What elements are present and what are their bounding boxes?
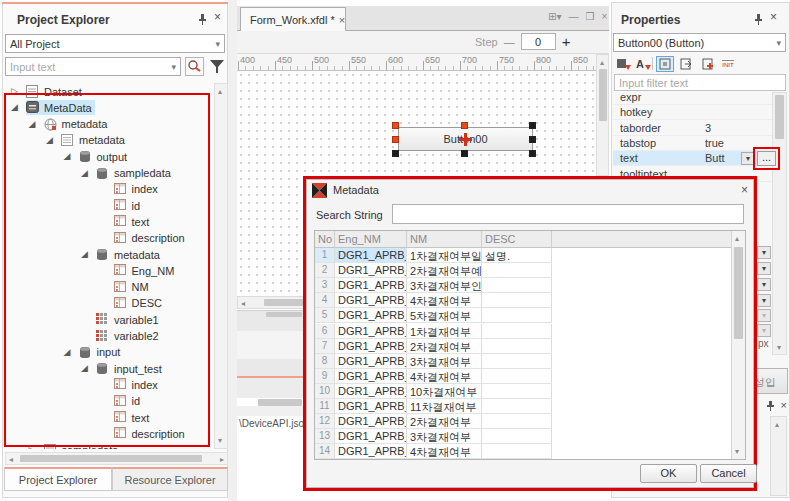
sort-by-group-icon[interactable] bbox=[614, 56, 632, 72]
table-cell[interactable]: 2차결재여부 bbox=[407, 414, 482, 429]
table-cell[interactable]: 3차결재여부 bbox=[407, 429, 482, 444]
panel-splitter[interactable] bbox=[228, 0, 237, 501]
table-cell[interactable]: DGR1_APRB_YN bbox=[335, 414, 407, 429]
table-header-Eng_NM[interactable]: Eng_NM bbox=[335, 231, 407, 248]
resize-handle[interactable] bbox=[529, 150, 536, 157]
property-value[interactable]: 3 bbox=[701, 121, 711, 135]
move-anchor-icon[interactable] bbox=[459, 133, 472, 146]
canvas-vertical-scrollbar[interactable]: ▴ bbox=[596, 54, 609, 176]
table-cell[interactable]: 4 bbox=[315, 293, 335, 308]
docked-panel-scrollbar[interactable]: ▴ bbox=[770, 416, 787, 496]
close-icon[interactable]: × bbox=[781, 400, 787, 414]
restore-icon[interactable]: ❐ bbox=[585, 11, 594, 22]
property-value[interactable] bbox=[701, 105, 705, 119]
window-list-icon[interactable]: ⊞▾ bbox=[548, 11, 561, 22]
table-cell[interactable]: DGR1_APRB_YN bbox=[335, 384, 407, 399]
project-filter-select[interactable]: All Project ▾ bbox=[5, 34, 225, 53]
table-cell[interactable] bbox=[482, 369, 552, 384]
resize-handle[interactable] bbox=[392, 150, 399, 157]
table-cell[interactable]: DGR1_APRB_YN bbox=[335, 399, 407, 414]
table-cell[interactable]: 2차결재여부 bbox=[407, 339, 482, 354]
close-icon[interactable]: × bbox=[214, 12, 221, 23]
show-changed-properties-icon[interactable] bbox=[677, 56, 695, 72]
table-cell[interactable]: DGR1_APRB_YN bbox=[335, 339, 407, 354]
resize-handle[interactable] bbox=[392, 122, 399, 129]
table-cell[interactable]: 3 bbox=[315, 278, 335, 293]
table-cell[interactable] bbox=[482, 339, 552, 354]
table-cell[interactable]: DGR1_APRB_YN bbox=[335, 444, 407, 459]
property-value-dropdown[interactable]: ▾ bbox=[757, 294, 771, 307]
table-cell[interactable]: DGR1_APRB_YN bbox=[335, 324, 407, 339]
ok-button[interactable]: OK bbox=[640, 464, 697, 483]
table-cell[interactable]: 9 bbox=[315, 369, 335, 384]
table-cell[interactable]: DGR1_APRB_YN bbox=[335, 263, 407, 278]
panel-grip[interactable] bbox=[266, 312, 302, 317]
table-cell[interactable]: 설명. bbox=[482, 248, 552, 263]
table-cell[interactable]: 7 bbox=[315, 339, 335, 354]
minimize-icon[interactable]: — bbox=[568, 11, 578, 22]
table-header-No[interactable]: No bbox=[315, 231, 335, 248]
close-icon[interactable]: × bbox=[770, 12, 777, 23]
pin-icon[interactable] bbox=[197, 13, 208, 25]
property-value-dropdown[interactable]: ▾ bbox=[757, 278, 771, 291]
table-cell[interactable]: DGR1_APRB_YN bbox=[335, 369, 407, 384]
table-header-NM[interactable]: NM bbox=[407, 231, 482, 248]
table-cell[interactable]: DGR1_APRB_YN bbox=[335, 293, 407, 308]
table-cell[interactable]: 12 bbox=[315, 414, 335, 429]
property-value[interactable] bbox=[701, 90, 705, 104]
table-cell[interactable]: DGR1_APRB_YN bbox=[335, 278, 407, 293]
property-value-dropdown[interactable]: ▾ bbox=[757, 309, 771, 322]
resize-handle[interactable] bbox=[392, 136, 399, 143]
property-value-dropdown[interactable]: ▾ bbox=[757, 246, 771, 259]
table-header-DESC[interactable]: DESC bbox=[482, 231, 552, 248]
mdi-close-icon[interactable]: × bbox=[601, 11, 607, 22]
table-cell[interactable]: 3차결재여부인가 bbox=[407, 278, 482, 293]
table-cell[interactable] bbox=[482, 293, 552, 308]
property-row-expr[interactable]: expr bbox=[613, 90, 772, 105]
table-cell[interactable] bbox=[482, 384, 552, 399]
table-cell[interactable] bbox=[482, 414, 552, 429]
step-input[interactable]: 0 bbox=[521, 33, 556, 50]
property-row-tabstop[interactable]: tabstoptrue bbox=[613, 136, 772, 151]
dialog-close-icon[interactable]: × bbox=[741, 183, 748, 197]
tree-vertical-scrollbar[interactable]: ▴ ▾ bbox=[214, 83, 228, 449]
table-cell[interactable]: 13 bbox=[315, 429, 335, 444]
table-cell[interactable]: 2 bbox=[315, 263, 335, 278]
table-cell[interactable] bbox=[482, 263, 552, 278]
table-cell[interactable]: 11차결재여부 bbox=[407, 399, 482, 414]
table-cell[interactable] bbox=[482, 324, 552, 339]
table-cell[interactable]: DGR1_APRB_YN bbox=[335, 308, 407, 323]
step-plus-button[interactable]: + bbox=[562, 33, 571, 50]
table-vertical-scrollbar[interactable]: ▴ ▾ bbox=[731, 231, 745, 459]
tab-resource-explorer[interactable]: Resource Explorer bbox=[112, 467, 228, 491]
search-button[interactable] bbox=[185, 57, 204, 76]
table-cell[interactable]: DGR1_APRB_YN bbox=[335, 429, 407, 444]
table-cell[interactable]: 5 bbox=[315, 308, 335, 323]
table-cell[interactable]: 1차결재여부 bbox=[407, 324, 482, 339]
table-cell[interactable]: 10 bbox=[315, 384, 335, 399]
sort-alphabetical-icon[interactable]: A bbox=[634, 56, 652, 72]
property-filter-input[interactable]: Input filter text bbox=[614, 74, 786, 91]
table-cell[interactable] bbox=[482, 399, 552, 414]
property-row-hotkey[interactable]: hotkey bbox=[613, 105, 772, 120]
table-cell[interactable]: 2차결재여부예요 bbox=[407, 263, 482, 278]
add-property-icon[interactable] bbox=[699, 56, 717, 72]
resize-handle[interactable] bbox=[461, 150, 468, 157]
pin-icon[interactable] bbox=[753, 13, 764, 25]
show-all-properties-icon[interactable] bbox=[656, 56, 674, 72]
table-cell[interactable]: DGR1_APRB_YN bbox=[335, 354, 407, 369]
property-value-dropdown[interactable]: ▾ bbox=[757, 324, 771, 337]
table-cell[interactable]: 4차결재여부 bbox=[407, 369, 482, 384]
table-cell[interactable] bbox=[482, 308, 552, 323]
properties-vertical-scrollbar[interactable]: ▾ bbox=[772, 92, 787, 355]
component-selector[interactable]: Button00 (Button) ▾ bbox=[613, 33, 786, 52]
table-cell[interactable] bbox=[482, 354, 552, 369]
filter-button[interactable] bbox=[208, 58, 226, 75]
tree-search-input[interactable]: Input text ▾ bbox=[5, 57, 181, 76]
tree-horizontal-scrollbar[interactable]: ◂ ▸ bbox=[5, 452, 228, 465]
table-cell[interactable]: 3차결재여부 bbox=[407, 354, 482, 369]
panel-grip[interactable] bbox=[258, 399, 302, 406]
cancel-button[interactable]: Cancel bbox=[700, 464, 757, 483]
table-cell[interactable] bbox=[482, 278, 552, 293]
table-cell[interactable]: DGR1_APRB_YN bbox=[335, 248, 407, 263]
